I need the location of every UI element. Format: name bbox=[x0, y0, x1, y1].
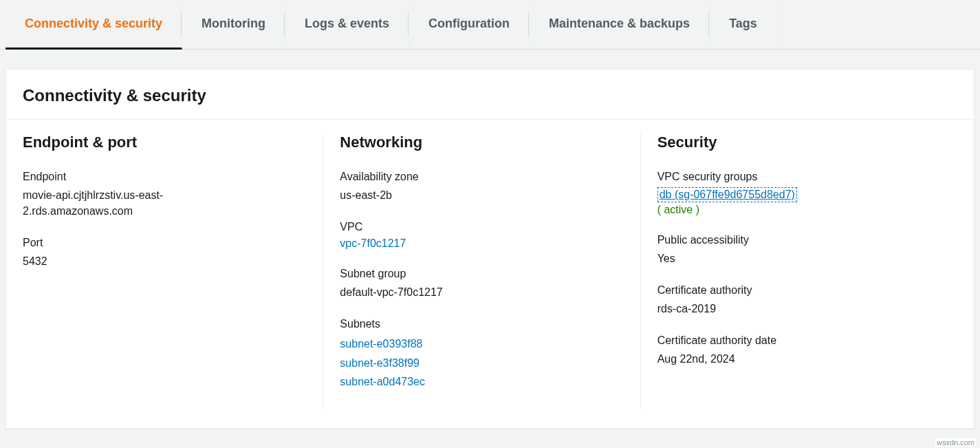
tab-maintenance-backups[interactable]: Maintenance & backups bbox=[530, 0, 710, 49]
tab-bar: Connectivity & security Monitoring Logs … bbox=[0, 0, 980, 50]
field-endpoint: Endpoint movie-api.cjtjhlrzstiv.us-east-… bbox=[23, 171, 306, 219]
security-heading: Security bbox=[657, 134, 941, 151]
tab-connectivity-security[interactable]: Connectivity & security bbox=[6, 0, 182, 50]
subnet-group-label: Subnet group bbox=[340, 268, 623, 280]
column-networking: Networking Availability zone us-east-2b … bbox=[323, 134, 640, 409]
subnet-link[interactable]: subnet-e0393f88 bbox=[340, 334, 623, 353]
port-label: Port bbox=[23, 237, 306, 249]
subnet-link[interactable]: subnet-a0d473ec bbox=[340, 372, 623, 391]
vpc-label: VPC bbox=[340, 221, 623, 233]
public-accessibility-value: Yes bbox=[657, 250, 941, 266]
field-vpc-security-groups: VPC security groups db (sg-067ffe9d6755d… bbox=[657, 171, 941, 216]
vpc-link[interactable]: vpc-7f0c1217 bbox=[340, 237, 623, 250]
field-subnets: Subnets subnet-e0393f88 subnet-e3f38f99 … bbox=[340, 318, 623, 391]
column-security: Security VPC security groups db (sg-067f… bbox=[640, 134, 957, 409]
subnets-label: Subnets bbox=[340, 318, 623, 330]
field-subnet-group: Subnet group default-vpc-7f0c1217 bbox=[340, 268, 623, 300]
field-certificate-authority-date: Certificate authority date Aug 22nd, 202… bbox=[657, 334, 941, 367]
field-certificate-authority: Certificate authority rds-ca-2019 bbox=[657, 284, 941, 317]
endpoint-port-heading: Endpoint & port bbox=[23, 134, 306, 151]
panel-title: Connectivity & security bbox=[23, 86, 957, 105]
networking-heading: Networking bbox=[340, 134, 623, 151]
connectivity-security-panel: Connectivity & security Endpoint & port … bbox=[6, 69, 974, 429]
tab-tags[interactable]: Tags bbox=[710, 0, 777, 49]
column-endpoint-port: Endpoint & port Endpoint movie-api.cjtjh… bbox=[23, 134, 323, 409]
subnet-group-value: default-vpc-7f0c1217 bbox=[340, 284, 623, 300]
field-availability-zone: Availability zone us-east-2b bbox=[340, 171, 623, 203]
vpc-sg-link[interactable]: db (sg-067ffe9d6755d8ed7) bbox=[657, 187, 797, 202]
ca-date-label: Certificate authority date bbox=[657, 334, 941, 347]
panel-header: Connectivity & security bbox=[6, 70, 974, 120]
ca-label: Certificate authority bbox=[657, 284, 941, 297]
ca-value: rds-ca-2019 bbox=[657, 301, 941, 317]
port-value: 5432 bbox=[23, 253, 306, 269]
tab-monitoring[interactable]: Monitoring bbox=[182, 0, 285, 49]
field-port: Port 5432 bbox=[23, 237, 306, 269]
vpc-sg-status: ( active ) bbox=[657, 204, 941, 216]
tab-configuration[interactable]: Configuration bbox=[409, 0, 530, 49]
panel-body: Endpoint & port Endpoint movie-api.cjtjh… bbox=[6, 120, 974, 428]
vpc-sg-label: VPC security groups bbox=[657, 171, 941, 183]
subnet-link[interactable]: subnet-e3f38f99 bbox=[340, 354, 623, 372]
endpoint-label: Endpoint bbox=[23, 171, 306, 183]
az-value: us-east-2b bbox=[340, 187, 623, 203]
subnets-list: subnet-e0393f88 subnet-e3f38f99 subnet-a… bbox=[340, 334, 623, 391]
ca-date-value: Aug 22nd, 2024 bbox=[657, 351, 941, 367]
endpoint-value: movie-api.cjtjhlrzstiv.us-east-2.rds.ama… bbox=[23, 187, 181, 219]
field-vpc: VPC vpc-7f0c1217 bbox=[340, 221, 623, 250]
field-public-accessibility: Public accessibility Yes bbox=[657, 234, 941, 266]
tab-logs-events[interactable]: Logs & events bbox=[285, 0, 409, 49]
az-label: Availability zone bbox=[340, 171, 623, 183]
public-accessibility-label: Public accessibility bbox=[657, 234, 941, 246]
